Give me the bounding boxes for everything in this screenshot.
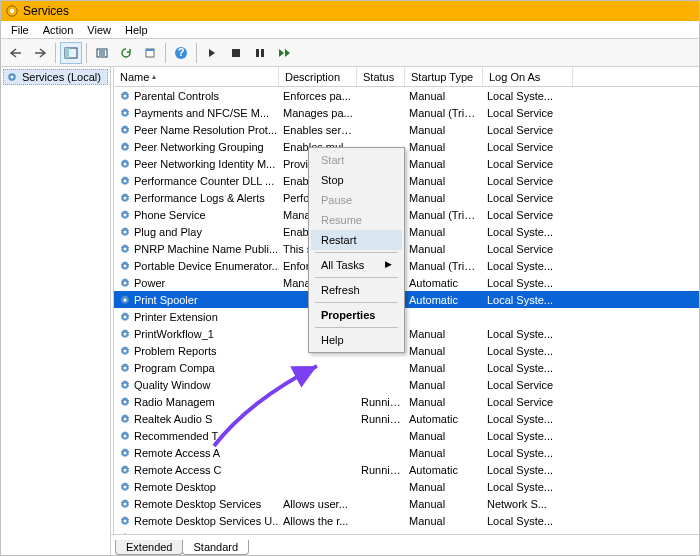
service-name: Performance Logs & Alerts	[134, 192, 265, 204]
col-header-startup[interactable]: Startup Type	[405, 67, 483, 86]
table-row[interactable]: Plug and PlayEnables a c...RunningManual…	[114, 223, 699, 240]
svg-rect-3	[65, 48, 69, 58]
service-startup: Manual	[405, 498, 483, 510]
table-row[interactable]: Phone ServiceManages th...RunningManual …	[114, 206, 699, 223]
service-name: Peer Name Resolution Prot...	[134, 124, 277, 136]
body: Services (Local) Name▴ Description Statu…	[1, 67, 699, 555]
service-icon	[118, 276, 132, 290]
svg-rect-6	[146, 49, 154, 51]
service-logon: Local Syste...	[483, 294, 573, 306]
col-header-status[interactable]: Status	[357, 67, 405, 86]
service-icon	[118, 446, 132, 460]
pause-service-button[interactable]	[249, 42, 271, 64]
table-row[interactable]: Realtek Audio SRunningAutomaticLocal Sys…	[114, 410, 699, 427]
titlebar: Services	[1, 1, 699, 21]
service-icon	[118, 242, 132, 256]
table-row[interactable]: PrintWorkflow_1RunningManualLocal Syste.…	[114, 325, 699, 342]
properties-button[interactable]	[139, 42, 161, 64]
table-row[interactable]: Remote Access AManualLocal Syste...	[114, 444, 699, 461]
tree-node-services-local[interactable]: Services (Local)	[3, 69, 108, 85]
menu-view[interactable]: View	[81, 23, 117, 37]
menu-file[interactable]: File	[5, 23, 35, 37]
service-name: PrintWorkflow_1	[134, 328, 214, 340]
table-row[interactable]: Recommended TManualLocal Syste...	[114, 427, 699, 444]
ctx-help[interactable]: Help	[311, 330, 402, 350]
service-logon: Local Syste...	[483, 481, 573, 493]
table-row[interactable]: Remote Desktop Services U...Allows the r…	[114, 512, 699, 529]
service-name: Peer Networking Grouping	[134, 141, 264, 153]
tab-extended[interactable]: Extended	[115, 540, 183, 555]
nav-back-button[interactable]	[5, 42, 27, 64]
service-description: Enables serv...	[279, 124, 357, 136]
service-icon	[118, 361, 132, 375]
refresh-button[interactable]	[115, 42, 137, 64]
svg-rect-9	[232, 49, 240, 57]
ctx-pause[interactable]: Pause	[311, 190, 402, 210]
col-header-description[interactable]: Description	[279, 67, 357, 86]
help-button[interactable]: ?	[170, 42, 192, 64]
gear-icon	[6, 71, 18, 83]
service-name: Remote Procedure Call (RPC)	[134, 532, 279, 535]
table-row[interactable]: Peer Networking GroupingEnables mul...Ma…	[114, 138, 699, 155]
service-name: Performance Counter DLL ...	[134, 175, 274, 187]
svg-point-21	[124, 213, 127, 216]
table-row[interactable]: Peer Name Resolution Prot...Enables serv…	[114, 121, 699, 138]
service-startup: Manual (Trig...	[405, 260, 483, 272]
nav-forward-button[interactable]	[29, 42, 51, 64]
table-row[interactable]: PNRP Machine Name Publi...This service .…	[114, 240, 699, 257]
table-row[interactable]: Print SpoolerRunningAutomaticLocal Syste…	[114, 291, 699, 308]
tab-standard[interactable]: Standard	[182, 540, 249, 555]
ctx-all-tasks[interactable]: All Tasks▶	[311, 255, 402, 275]
table-row[interactable]: Performance Counter DLL ...Enables rem..…	[114, 172, 699, 189]
table-row[interactable]: Remote Procedure Call (RPC)The RPCSS s..…	[114, 529, 699, 534]
table-row[interactable]: Portable Device Enumerator...Enforces gr…	[114, 257, 699, 274]
ctx-stop[interactable]: Stop	[311, 170, 402, 190]
restart-service-button[interactable]	[273, 42, 295, 64]
table-row[interactable]: Parental ControlsEnforces pa...ManualLoc…	[114, 87, 699, 104]
service-name: Quality Window	[134, 379, 210, 391]
ctx-refresh[interactable]: Refresh	[311, 280, 402, 300]
table-row[interactable]: Printer Extension	[114, 308, 699, 325]
service-startup: Manual	[405, 192, 483, 204]
table-row[interactable]: Problem ReportsManualLocal Syste...	[114, 342, 699, 359]
service-icon	[118, 259, 132, 273]
col-header-logon[interactable]: Log On As	[483, 67, 573, 86]
start-service-button[interactable]	[201, 42, 223, 64]
table-row[interactable]: PowerManages p...RunningAutomaticLocal S…	[114, 274, 699, 291]
service-icon	[118, 463, 132, 477]
service-startup: Automatic	[405, 277, 483, 289]
service-startup: Manual	[405, 141, 483, 153]
service-icon	[118, 208, 132, 222]
table-row[interactable]: Program CompaManualLocal Syste...	[114, 359, 699, 376]
service-status: Running	[357, 464, 405, 476]
stop-service-button[interactable]	[225, 42, 247, 64]
menu-action[interactable]: Action	[37, 23, 80, 37]
ctx-restart[interactable]: Restart	[311, 230, 402, 250]
service-status: Running	[357, 532, 405, 535]
ctx-properties[interactable]: Properties	[311, 305, 402, 325]
show-hide-tree-button[interactable]	[60, 42, 82, 64]
col-header-name[interactable]: Name▴	[114, 67, 279, 86]
svg-rect-10	[256, 49, 259, 57]
export-list-button[interactable]	[91, 42, 113, 64]
table-row[interactable]: Remote Access CRunningAutomaticLocal Sys…	[114, 461, 699, 478]
service-icon	[118, 480, 132, 494]
svg-point-33	[124, 417, 127, 420]
service-startup: Manual	[405, 430, 483, 442]
table-row[interactable]: Performance Logs & AlertsPerformanc...Ma…	[114, 189, 699, 206]
menu-help[interactable]: Help	[119, 23, 154, 37]
ctx-start[interactable]: Start	[311, 150, 402, 170]
service-name: Peer Networking Identity M...	[134, 158, 275, 170]
service-name: Recommended T	[134, 430, 218, 442]
service-name: Plug and Play	[134, 226, 202, 238]
service-name: Print Spooler	[134, 294, 198, 306]
table-row[interactable]: Peer Networking Identity M...Provides id…	[114, 155, 699, 172]
services-list[interactable]: Name▴ Description Status Startup Type Lo…	[114, 67, 699, 534]
table-row[interactable]: Radio ManagemRunningManualLocal Service	[114, 393, 699, 410]
table-row[interactable]: Remote Desktop ServicesAllows user...Man…	[114, 495, 699, 512]
tree-pane[interactable]: Services (Local)	[1, 67, 111, 555]
table-row[interactable]: Payments and NFC/SE M...Manages pa...Man…	[114, 104, 699, 121]
ctx-resume[interactable]: Resume	[311, 210, 402, 230]
table-row[interactable]: Quality WindowManualLocal Service	[114, 376, 699, 393]
table-row[interactable]: Remote DesktopManualLocal Syste...	[114, 478, 699, 495]
